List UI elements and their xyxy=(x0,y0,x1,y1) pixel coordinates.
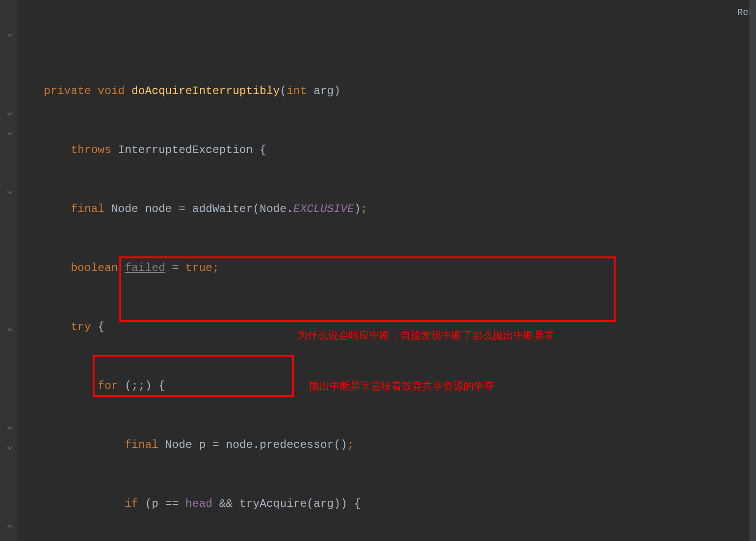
keyword-try: try xyxy=(71,321,91,333)
keyword-private: private xyxy=(44,85,91,97)
parameter: arg xyxy=(314,85,334,97)
method-call: addWaiter xyxy=(192,203,253,215)
gutter xyxy=(0,0,17,541)
scrollbar-track[interactable] xyxy=(749,0,756,541)
type-ref: InterruptedException xyxy=(118,144,253,156)
local-variable: node xyxy=(145,203,172,215)
code-line[interactable]: if (p == head && tryAcquire(arg)) { xyxy=(17,494,756,514)
local-variable: p xyxy=(199,439,206,451)
code-line[interactable]: final Node node = addWaiter(Node.EXCLUSI… xyxy=(17,199,756,219)
fold-marker-icon[interactable] xyxy=(7,442,13,448)
keyword-final: final xyxy=(71,203,104,215)
fold-marker-icon[interactable] xyxy=(7,324,13,330)
fold-marker-icon[interactable] xyxy=(7,186,13,193)
method-declaration: doAcquireInterruptibly xyxy=(132,85,280,97)
type-ref: Node xyxy=(260,203,287,215)
variable-ref: p xyxy=(152,497,158,510)
fold-marker-icon[interactable] xyxy=(7,520,13,527)
fold-marker-icon[interactable] xyxy=(7,127,13,134)
keyword-int: int xyxy=(286,85,307,97)
keyword-void: void xyxy=(98,85,125,97)
annotation-text-2: 抛出中断异常意味着放弃共享资源的争夺 xyxy=(309,379,494,393)
variable-ref: arg xyxy=(314,497,334,510)
keyword-boolean: boolean xyxy=(71,262,118,274)
local-variable: failed xyxy=(125,262,165,274)
type-ref: Node xyxy=(111,203,139,215)
code-line[interactable]: private void doAcquireInterruptibly(int … xyxy=(17,81,756,101)
variable-ref: node xyxy=(226,439,253,451)
code-line[interactable]: throws InterruptedException { xyxy=(17,140,756,160)
type-ref: Node xyxy=(165,439,192,451)
fold-marker-icon[interactable] xyxy=(7,422,13,429)
keyword-for: for xyxy=(98,380,118,392)
fold-marker-icon[interactable] xyxy=(7,29,13,36)
static-field: EXCLUSIVE xyxy=(294,203,354,215)
fold-marker-icon[interactable] xyxy=(7,108,13,114)
keyword-final: final xyxy=(125,439,158,451)
annotation-text-1: 为什么说会响应中断，自旋发现中断了那么抛出中断异常 xyxy=(297,329,555,343)
editor-container: Rea private void doAcquireInterruptibly(… xyxy=(0,0,756,541)
code-line[interactable]: boolean failed = true; xyxy=(17,258,756,278)
keyword-true: true xyxy=(185,262,213,274)
field-ref: head xyxy=(185,497,213,510)
method-call: predecessor xyxy=(260,439,334,451)
code-line[interactable]: final Node p = node.predecessor(); xyxy=(17,435,756,455)
code-area[interactable]: Rea private void doAcquireInterruptibly(… xyxy=(17,0,756,541)
method-call: tryAcquire xyxy=(239,497,307,510)
keyword-if: if xyxy=(125,497,138,510)
keyword-throws: throws xyxy=(71,144,111,156)
